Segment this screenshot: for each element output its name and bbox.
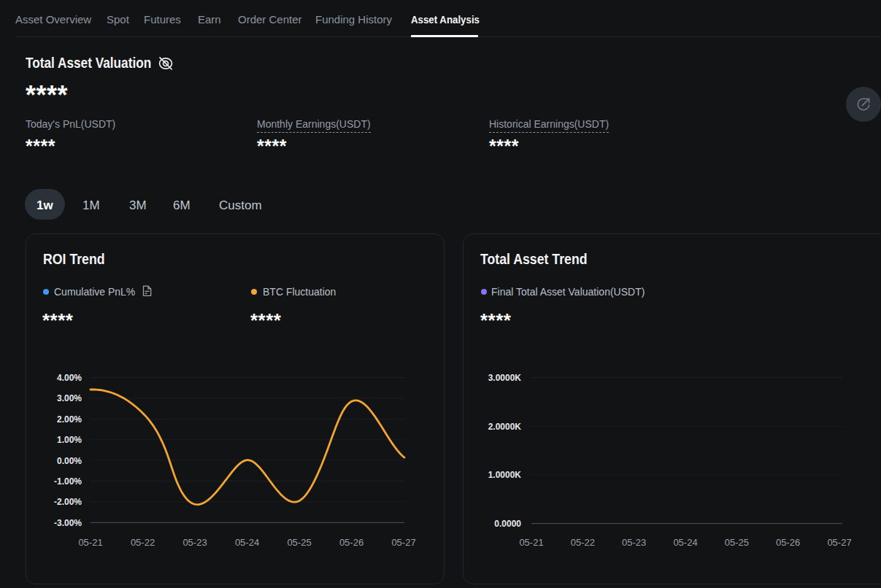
svg-text:05-23: 05-23 — [622, 537, 646, 548]
svg-text:3.0000K: 3.0000K — [488, 373, 522, 383]
svg-text:05-25: 05-25 — [725, 537, 749, 548]
svg-text:05-24: 05-24 — [673, 537, 697, 548]
svg-text:05-21: 05-21 — [78, 537, 102, 548]
svg-text:05-26: 05-26 — [776, 537, 800, 548]
svg-text:1.0000K: 1.0000K — [488, 470, 522, 480]
svg-text:05-25: 05-25 — [287, 537, 311, 548]
svg-text:05-22: 05-22 — [571, 537, 595, 548]
svg-text:-1.00%: -1.00% — [54, 476, 82, 487]
svg-text:05-21: 05-21 — [519, 537, 543, 548]
svg-text:05-23: 05-23 — [182, 537, 207, 548]
svg-text:3.00%: 3.00% — [57, 393, 82, 403]
svg-text:2.0000K: 2.0000K — [488, 422, 522, 432]
svg-text:05-24: 05-24 — [235, 537, 259, 548]
svg-text:1.00%: 1.00% — [57, 435, 82, 445]
svg-text:4.00%: 4.00% — [57, 373, 82, 383]
svg-text:0.00%: 0.00% — [57, 456, 82, 466]
svg-text:-3.00%: -3.00% — [54, 518, 82, 528]
svg-text:-2.00%: -2.00% — [54, 497, 82, 507]
svg-text:05-27: 05-27 — [391, 537, 415, 548]
svg-text:05-26: 05-26 — [339, 537, 363, 548]
svg-text:0.0000: 0.0000 — [494, 519, 521, 529]
svg-text:05-27: 05-27 — [827, 537, 851, 548]
svg-text:05-22: 05-22 — [131, 537, 155, 548]
svg-text:2.00%: 2.00% — [57, 414, 82, 425]
